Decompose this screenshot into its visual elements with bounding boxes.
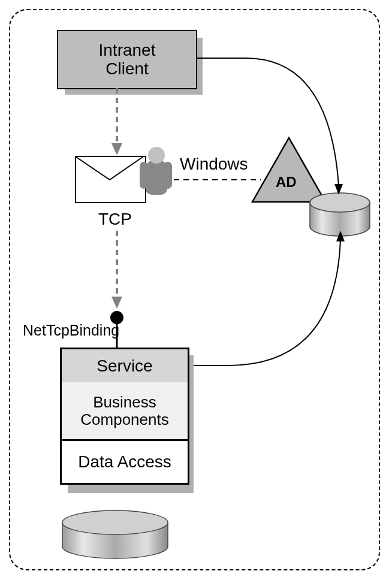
nettcpbinding-label: NetTcpBinding <box>23 322 119 339</box>
intranet-client-node: IntranetClient <box>57 30 197 89</box>
business-components-node: BusinessComponents <box>60 382 189 441</box>
svg-marker-12 <box>111 297 122 309</box>
data-access-node: Data Access <box>60 441 189 485</box>
envelope-flap <box>75 156 144 201</box>
svg-marker-9 <box>334 184 343 195</box>
service-label: Service <box>97 357 152 376</box>
tcp-label: TCP <box>98 210 132 229</box>
person-icon <box>141 147 171 207</box>
arrow-envelope-to-endpoint <box>108 231 126 318</box>
business-label: BusinessComponents <box>80 394 168 428</box>
arrow-client-to-cylinder <box>195 57 369 207</box>
database-cylinder-icon <box>60 509 171 560</box>
service-node: Service <box>60 348 189 384</box>
dataaccess-label: Data Access <box>78 452 171 472</box>
svg-marker-10 <box>336 231 345 241</box>
client-label: IntranetClient <box>99 41 156 78</box>
arrow-client-to-envelope <box>108 88 126 160</box>
arrow-service-to-cylinder <box>186 228 372 377</box>
diagram-root: IntranetClient Windows AD <box>0 0 392 577</box>
svg-point-19 <box>62 510 168 534</box>
svg-marker-1 <box>111 143 122 155</box>
